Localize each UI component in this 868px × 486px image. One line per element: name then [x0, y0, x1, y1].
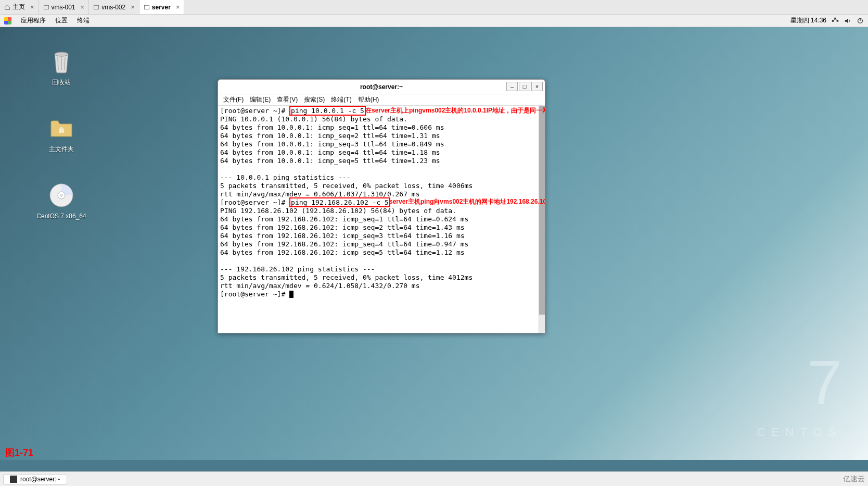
- taskbar-item-terminal[interactable]: root@server:~: [3, 474, 67, 484]
- folder-icon: [48, 115, 74, 141]
- annotation-1: 在server主机上pingvms002主机的10.0.0.1IP地址，由于是同…: [365, 106, 545, 115]
- terminal-titlebar[interactable]: root@server:~ – □ ×: [218, 80, 545, 94]
- icon-label: CentOS 7 x86_64: [36, 213, 86, 220]
- svg-rect-2: [144, 5, 149, 9]
- watermark: 亿速云: [843, 475, 865, 484]
- vm-icon: [144, 4, 150, 10]
- prompt: [root@server ~]#: [220, 107, 289, 115]
- svg-rect-0: [44, 5, 48, 9]
- vm-icon: [93, 4, 99, 10]
- svg-point-8: [55, 52, 68, 56]
- tab-label: vms-002: [101, 4, 125, 11]
- svg-rect-1: [94, 5, 99, 9]
- maximize-button[interactable]: □: [519, 82, 530, 91]
- ping-output-1: PING 10.0.0.1 (10.0.0.1) 56(84) bytes of…: [220, 115, 473, 198]
- tab-label: server: [152, 4, 171, 11]
- desktop-icon-cd[interactable]: CentOS 7 x86_64: [36, 182, 86, 220]
- terminal-icon: [10, 476, 17, 483]
- tab-vms001[interactable]: vms-001 ×: [39, 0, 90, 14]
- close-icon[interactable]: ×: [131, 3, 135, 11]
- scroll-thumb[interactable]: [539, 106, 545, 315]
- cmd-highlight: ping 192.168.26.102 -c 5: [289, 197, 390, 207]
- cmd-highlight: ping 10.0.0.1 -c 5: [289, 106, 366, 116]
- home-icon: [4, 4, 10, 10]
- cd-icon: [48, 182, 74, 208]
- svg-point-14: [60, 194, 63, 197]
- menu-view[interactable]: 查看(V): [277, 95, 298, 104]
- tab-vms002[interactable]: vms-002 ×: [89, 0, 139, 14]
- menu-terminal[interactable]: 终端(T): [331, 95, 351, 104]
- terminal-content[interactable]: [root@server ~]# ping 10.0.0.1 -c 5 PING…: [218, 106, 545, 333]
- figure-label: 图1-71: [5, 446, 33, 459]
- close-button[interactable]: ×: [531, 82, 543, 91]
- menu-edit[interactable]: 编辑(E): [250, 95, 271, 104]
- close-icon[interactable]: ×: [176, 3, 180, 11]
- desktop[interactable]: 回收站 主文件夹 CentOS 7 x86_64 7 CENTOS root@s…: [0, 27, 868, 460]
- menu-terminal[interactable]: 终端: [77, 16, 90, 25]
- desktop-icon-home[interactable]: 主文件夹: [36, 115, 86, 154]
- desktop-icon-trash[interactable]: 回收站: [36, 48, 86, 87]
- tab-server[interactable]: server ×: [139, 0, 185, 14]
- browser-tabs: 主页 × vms-001 × vms-002 × server ×: [0, 0, 868, 15]
- tab-label: 主页: [12, 3, 25, 11]
- menu-places[interactable]: 位置: [55, 16, 68, 25]
- terminal-title: root@server:~: [360, 83, 403, 91]
- menu-help[interactable]: 帮助(H): [358, 95, 379, 104]
- menu-file[interactable]: 文件(F): [223, 95, 244, 104]
- gnome-top-bar: 应用程序 位置 终端 星期四 14:36: [0, 15, 868, 27]
- terminal-window: root@server:~ – □ × 文件(F) 编辑(E) 查看(V) 搜索…: [218, 79, 545, 333]
- prompt: [root@server ~]#: [220, 198, 289, 206]
- centos-version: 7: [807, 346, 842, 418]
- close-icon[interactable]: ×: [81, 3, 85, 11]
- prompt: [root@server ~]#: [220, 290, 289, 298]
- taskbar-label: root@server:~: [20, 476, 60, 483]
- cursor-icon: [289, 291, 293, 298]
- apps-icon: [4, 17, 11, 24]
- tab-label: vms-001: [52, 4, 75, 11]
- network-icon[interactable]: [832, 17, 839, 24]
- menu-apps[interactable]: 应用程序: [21, 16, 46, 25]
- clock[interactable]: 星期四 14:36: [790, 16, 826, 25]
- scrollbar[interactable]: [539, 106, 545, 333]
- trash-icon: [48, 48, 74, 74]
- minimize-button[interactable]: –: [506, 82, 518, 91]
- ping-output-2: PING 192.168.26.102 (192.168.26.102) 56(…: [220, 207, 473, 290]
- power-icon[interactable]: [857, 17, 864, 24]
- vm-icon: [43, 4, 49, 10]
- centos-brand: CENTOS: [757, 426, 842, 439]
- close-icon[interactable]: ×: [30, 3, 34, 11]
- annotation-2: server主机ping向vms002主机的网卡地址192.168.26.102…: [389, 197, 545, 206]
- sound-icon[interactable]: [844, 17, 851, 24]
- icon-label: 回收站: [36, 78, 86, 87]
- menu-search[interactable]: 搜索(S): [304, 95, 325, 104]
- tab-home[interactable]: 主页 ×: [0, 0, 39, 14]
- terminal-menubar: 文件(F) 编辑(E) 查看(V) 搜索(S) 终端(T) 帮助(H): [218, 94, 545, 106]
- icon-label: 主文件夹: [36, 145, 86, 154]
- taskbar: root@server:~ 亿速云: [0, 471, 868, 486]
